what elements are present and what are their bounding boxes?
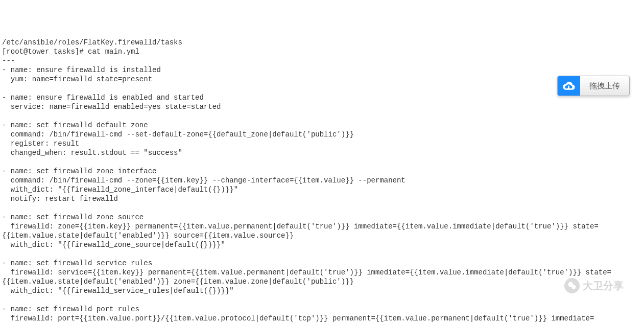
prompt-line: [root@tower tasks]# cat main.yml: [2, 48, 139, 56]
path-line: /etc/ansible/roles/FlatKey.firewalld/tas…: [2, 38, 182, 47]
drag-upload-button[interactable]: 拖拽上传: [557, 76, 630, 96]
wechat-icon: [564, 278, 580, 293]
terminal-output: /etc/ansible/roles/FlatKey.firewalld/tas…: [0, 38, 644, 323]
watermark: 大卫分享: [564, 278, 624, 293]
svg-point-3: [571, 285, 576, 289]
watermark-text: 大卫分享: [583, 281, 624, 290]
upload-label: 拖拽上传: [580, 81, 629, 90]
yaml-content: --- - name: ensure firewalld is installe…: [2, 57, 611, 323]
cloud-upload-icon: [558, 76, 580, 96]
